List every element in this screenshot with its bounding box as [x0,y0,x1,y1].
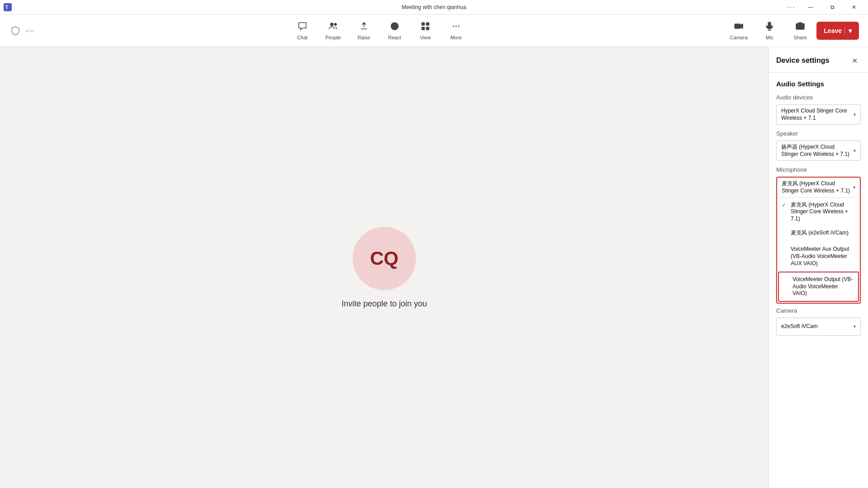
svg-text:T: T [5,5,8,10]
react-label: React [388,35,401,40]
restore-button[interactable]: ⧉ [822,0,843,14]
svg-point-4 [391,23,398,30]
mic-option-2[interactable]: ✓ 麦克风 (e2eSoft iVCam) [777,226,860,242]
mic-option-3[interactable]: ✓ VoiceMeeter Aux Output (VB-Audio Voice… [777,242,860,271]
mic-label: Mic [766,35,774,40]
view-button[interactable]: View [411,16,440,45]
minimize-button[interactable]: — [800,0,821,14]
titlebar-controls: ··· — ⧉ ✕ [787,0,864,14]
speaker-dropdown[interactable]: 扬声器 (HyperX Cloud Stinger Core Wireless … [776,141,861,161]
camera-label: Camera [730,35,748,40]
audio-devices-label: Audio devices [776,94,861,101]
more-button[interactable]: More [442,16,471,45]
svg-rect-7 [422,23,425,25]
avatar-initials: CQ [370,248,399,269]
mic-option-4-label: VoiceMeeter Output (VB-Audio VoiceMeeter… [793,276,854,297]
view-icon [420,21,430,34]
toolbar-right: Camera Mic Share Leave ▾ [724,16,859,45]
teams-app-icon: T [4,3,12,11]
toolbar-left: --:-- [9,24,34,37]
timer-display: --:-- [25,28,34,34]
svg-point-5 [393,25,394,26]
leave-chevron-icon: ▾ [844,27,852,34]
camera-dropdown[interactable]: e2eSoft iVCam ▾ [776,318,861,336]
people-icon [328,21,338,34]
audio-devices-value: HyperX Cloud Stinger Core Wireless + 7.1 [781,108,852,122]
device-settings-panel: Device settings ✕ Audio Settings Audio d… [769,47,868,488]
mic-option-1-label: 麦克风 (HyperX Cloud Stinger Core Wireless … [791,202,855,223]
titlebar: T Meeting with chen qianhua ··· — ⧉ ✕ [0,0,868,14]
svg-point-2 [330,23,333,26]
microphone-chevron-icon: ▾ [853,185,855,190]
camera-button[interactable]: Camera [724,16,753,45]
view-label: View [420,35,431,40]
microphone-value: 麦克风 (HyperX Cloud Stinger Core Wireless … [782,180,851,194]
panel-title: Device settings [776,56,829,65]
mic-option-1[interactable]: ✓ 麦克风 (HyperX Cloud Stinger Core Wireles… [777,198,860,226]
svg-point-6 [395,25,396,26]
window-title: Meeting with chen qianhua [402,4,467,10]
video-area: CQ Invite people to join you [0,47,769,488]
share-icon [795,21,805,34]
audio-devices-dropdown[interactable]: HyperX Cloud Stinger Core Wireless + 7.1… [776,104,861,125]
people-button[interactable]: People [319,16,348,45]
react-button[interactable]: React [380,16,409,45]
microphone-section-label: Microphone [776,166,861,173]
mic-button[interactable]: Mic [755,16,784,45]
close-button[interactable]: ✕ [844,0,864,14]
react-icon [390,21,400,34]
svg-point-3 [334,23,336,25]
camera-label: Camera [776,307,861,314]
svg-point-11 [453,25,454,27]
camera-value: e2eSoft iVCam [781,323,852,330]
avatar: CQ [353,227,416,290]
share-button[interactable]: Share [786,16,815,45]
invite-text: Invite people to join you [341,299,427,309]
svg-point-12 [455,25,457,27]
toolbar-center: Chat People Raise React [288,16,471,45]
speaker-label: Speaker [776,130,861,137]
chat-label: Chat [297,35,307,40]
panel-body: Audio Settings Audio devices HyperX Clou… [769,73,868,488]
raise-icon [359,21,369,34]
mic-check-icon: ✓ [782,202,788,208]
panel-header: Device settings ✕ [769,47,868,73]
chat-icon [297,21,307,34]
more-icon [451,21,461,34]
toolbar: --:-- Chat People Raise [0,14,868,47]
camera-chevron-icon: ▾ [854,324,856,329]
titlebar-more-icon[interactable]: ··· [787,3,796,11]
microphone-dropdown[interactable]: 麦克风 (HyperX Cloud Stinger Core Wireless … [777,178,860,197]
audio-settings-label: Audio Settings [776,80,861,88]
mic-option-3-label: VoiceMeeter Aux Output (VB-Audio VoiceMe… [791,246,855,267]
svg-point-13 [458,25,459,27]
titlebar-left: T [4,3,12,11]
svg-rect-18 [796,23,804,29]
more-label: More [450,35,462,40]
mic-option-2-label: 麦克风 (e2eSoft iVCam) [791,230,855,237]
audio-devices-chevron-icon: ▾ [854,112,856,117]
share-label: Share [794,35,807,40]
mic-icon [764,21,774,34]
leave-label: Leave [824,27,842,34]
svg-rect-8 [426,23,429,25]
speaker-value: 扬声器 (HyperX Cloud Stinger Core Wireless … [781,144,852,158]
people-label: People [326,35,341,40]
microphone-section: 麦克风 (HyperX Cloud Stinger Core Wireless … [776,177,861,304]
mic-option-4[interactable]: ✓ VoiceMeeter Output (VB-Audio VoiceMeet… [778,272,859,302]
svg-rect-14 [735,24,741,28]
raise-label: Raise [358,35,370,40]
svg-rect-10 [426,27,429,30]
raise-button[interactable]: Raise [349,16,378,45]
camera-icon [734,21,744,34]
speaker-chevron-icon: ▾ [854,148,856,153]
leave-button[interactable]: Leave ▾ [816,22,859,40]
chat-button[interactable]: Chat [288,16,317,45]
main-content: CQ Invite people to join you Device sett… [0,47,868,488]
panel-close-button[interactable]: ✕ [848,54,861,67]
svg-rect-9 [422,27,425,30]
microphone-option-list: ✓ 麦克风 (HyperX Cloud Stinger Core Wireles… [777,197,860,302]
shield-icon [9,24,22,37]
